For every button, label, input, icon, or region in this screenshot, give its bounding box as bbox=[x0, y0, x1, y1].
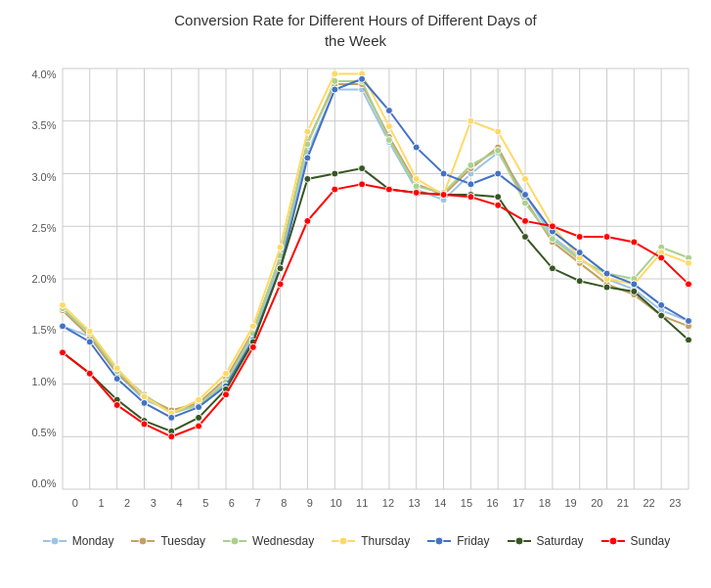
series-dot bbox=[494, 202, 501, 208]
series-dot bbox=[331, 170, 337, 177]
legend-label: Friday bbox=[457, 534, 489, 548]
series-dot bbox=[86, 370, 93, 377]
series-dot bbox=[358, 165, 365, 172]
legend-item: Saturday bbox=[506, 534, 584, 548]
series-line bbox=[63, 90, 689, 411]
svg-point-36 bbox=[139, 537, 147, 545]
legend-line-icon bbox=[129, 535, 156, 547]
svg-point-42 bbox=[435, 537, 443, 545]
series-dot bbox=[249, 343, 256, 350]
series-dot bbox=[167, 414, 174, 421]
x-axis-label: 17 bbox=[506, 497, 532, 509]
series-line bbox=[63, 168, 689, 431]
x-axis-label: 22 bbox=[636, 497, 662, 509]
series-line bbox=[63, 184, 689, 436]
series-dot bbox=[222, 370, 229, 377]
series-dot bbox=[685, 281, 691, 288]
series-dot bbox=[549, 236, 555, 243]
chart-title: Conversion Rate for Different Hours of D… bbox=[174, 10, 536, 51]
series-dot bbox=[385, 123, 392, 130]
legend-item: Wednesday bbox=[221, 534, 314, 548]
series-dot bbox=[413, 175, 420, 182]
y-axis-label: 1.0% bbox=[31, 376, 56, 387]
series-dot bbox=[113, 402, 120, 409]
y-axis-label: 2.0% bbox=[31, 273, 56, 285]
series-dot bbox=[141, 421, 148, 428]
legend-line-icon bbox=[506, 535, 533, 547]
x-axis-label: 13 bbox=[401, 497, 427, 509]
series-dot bbox=[303, 128, 310, 135]
legend-label: Monday bbox=[72, 534, 114, 548]
svg-point-46 bbox=[609, 537, 617, 545]
svg-point-44 bbox=[515, 537, 523, 545]
x-axis-label: 7 bbox=[244, 497, 271, 509]
x-axis-label: 15 bbox=[454, 497, 480, 509]
series-dot bbox=[195, 396, 201, 403]
series-dot bbox=[494, 194, 501, 201]
series-dot bbox=[167, 433, 174, 440]
legend: MondayTuesdayWednesdayThursdayFridaySatu… bbox=[41, 534, 671, 548]
series-dot bbox=[685, 259, 691, 266]
x-axis-label: 3 bbox=[141, 497, 167, 509]
legend-line-icon bbox=[425, 535, 453, 547]
series-dot bbox=[630, 288, 637, 294]
series-dot bbox=[467, 181, 473, 188]
x-axis-label: 23 bbox=[662, 497, 689, 509]
series-dot bbox=[303, 155, 310, 161]
series-dot bbox=[494, 147, 501, 154]
series-dot bbox=[521, 175, 528, 182]
series-dot bbox=[657, 312, 664, 319]
series-dot bbox=[358, 181, 365, 188]
series-dot bbox=[331, 186, 337, 193]
series-dot bbox=[657, 254, 664, 261]
series-dot bbox=[576, 278, 583, 285]
series-line bbox=[63, 81, 689, 414]
legend-label: Saturday bbox=[537, 534, 584, 548]
x-axis-label: 11 bbox=[349, 497, 376, 509]
series-dot bbox=[331, 86, 337, 93]
series-dot bbox=[59, 301, 66, 308]
x-axis: 01234567891011121314151617181920212223 bbox=[63, 493, 689, 528]
series-dot bbox=[195, 423, 201, 430]
series-dot bbox=[249, 323, 256, 330]
x-axis-label: 0 bbox=[63, 497, 89, 509]
series-dot bbox=[685, 318, 691, 325]
y-axis-label: 3.0% bbox=[31, 171, 56, 183]
y-axis: 4.0%3.5%3.0%2.5%2.0%1.5%1.0%0.5%0.0% bbox=[14, 68, 61, 489]
series-line bbox=[63, 73, 689, 413]
series-dot bbox=[657, 301, 664, 308]
series-dot bbox=[358, 75, 365, 82]
series-dot bbox=[59, 349, 66, 356]
series-dot bbox=[413, 144, 420, 151]
series-dot bbox=[277, 281, 284, 288]
y-axis-label: 3.5% bbox=[31, 119, 56, 131]
legend-label: Wednesday bbox=[252, 534, 314, 548]
series-dot bbox=[630, 281, 637, 288]
series-dot bbox=[113, 365, 120, 372]
series-dot bbox=[277, 265, 284, 272]
series-dot bbox=[385, 108, 392, 114]
y-axis-label: 4.0% bbox=[31, 68, 56, 80]
y-axis-label: 1.5% bbox=[31, 324, 56, 336]
series-dot bbox=[576, 234, 583, 241]
svg-point-38 bbox=[231, 537, 239, 545]
series-dot bbox=[521, 234, 528, 241]
y-axis-label: 0.5% bbox=[31, 427, 56, 438]
series-dot bbox=[385, 137, 392, 144]
x-axis-label: 14 bbox=[427, 497, 454, 509]
legend-item: Friday bbox=[425, 534, 489, 548]
svg-point-40 bbox=[339, 537, 347, 545]
series-dot bbox=[303, 217, 310, 224]
legend-line-icon bbox=[330, 535, 357, 547]
x-axis-label: 1 bbox=[88, 497, 114, 509]
svg-point-34 bbox=[51, 537, 59, 545]
chart-container: 4.0%3.5%3.0%2.5%2.0%1.5%1.0%0.5%0.0% 012… bbox=[14, 59, 698, 528]
chart-area bbox=[63, 68, 689, 489]
series-dot bbox=[494, 128, 501, 135]
series-dot bbox=[59, 323, 66, 330]
legend-item: Sunday bbox=[600, 534, 671, 548]
series-dot bbox=[195, 414, 201, 421]
legend-item: Thursday bbox=[330, 534, 410, 548]
series-dot bbox=[494, 170, 501, 177]
series-dot bbox=[521, 192, 528, 199]
